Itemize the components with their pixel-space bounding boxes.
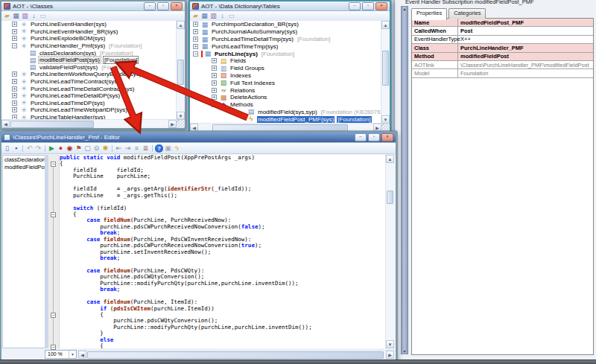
tree-item[interactable]: +✳PurchLineItemWorkflowQueryBuilder(sys) — [1, 71, 177, 78]
tree-expander-icon[interactable]: + — [212, 80, 217, 86]
code-line[interactable]: else — [60, 337, 386, 343]
uncomment-icon[interactable]: ≣ — [142, 144, 150, 153]
tree-expander-icon[interactable]: + — [212, 88, 217, 93]
taskbar-edge[interactable] — [0, 360, 596, 364]
grid-icon[interactable]: ▦ — [12, 12, 20, 20]
code-line[interactable]: break; — [60, 287, 386, 293]
code-line[interactable]: if (pdsIsCWItem(purchLine.ItemId)) — [60, 306, 386, 312]
redo-icon[interactable]: ↷ — [34, 144, 42, 153]
tree-item[interactable]: +xyRelations — [190, 86, 381, 94]
tree-item[interactable]: ▤validateFieldPost(sys)[Foundation] — [1, 64, 177, 71]
tree-expander-icon[interactable]: + — [12, 86, 17, 92]
scroll-thumb[interactable] — [177, 60, 184, 85]
tree-item[interactable]: +▥Field Groups — [190, 65, 381, 72]
import-icon[interactable]: ↓ — [30, 12, 38, 20]
property-row[interactable]: ClassPurchLineHandler_PMF — [412, 44, 593, 52]
lookup-icon[interactable]: ⊙ — [92, 144, 101, 153]
tree-expander-icon[interactable]: + — [12, 71, 17, 77]
minimize-button[interactable]: – — [144, 2, 156, 10]
tree-item[interactable]: −❖Methods — [190, 101, 381, 109]
maximize-button[interactable]: ▫ — [157, 2, 169, 10]
layers-icon[interactable]: ▥ — [209, 12, 218, 20]
scroll-down-icon[interactable]: ▼ — [381, 115, 390, 124]
scroll-left-icon[interactable]: ◀ — [78, 351, 86, 359]
window-icon[interactable]: ▢ — [83, 144, 92, 153]
property-row[interactable]: EventHandlerTypeX++ — [412, 36, 593, 44]
aot-classes-titlebar[interactable]: AOT - \Classes –▫× — [1, 1, 185, 11]
property-value[interactable]: \Classes\PurchLineHandler_PMF\modifiedFi… — [458, 61, 593, 68]
tree-item[interactable]: +▩DeleteActions — [190, 94, 381, 101]
tree-item[interactable]: +✳PurchLineLeadTimeContract(sys) — [1, 78, 177, 86]
tree-item[interactable]: +▦PurchLeadTimeTmp(sys) — [190, 42, 381, 50]
import-icon[interactable]: ↓ — [218, 12, 226, 20]
tab-properties[interactable]: Properties — [411, 8, 447, 20]
tree-expander-icon[interactable]: − — [12, 43, 17, 48]
resize-grip[interactable] — [177, 120, 185, 128]
editor-vertical-scrollbar[interactable]: ▲ ▼ — [385, 155, 394, 348]
fold-collapse-icon[interactable]: − — [51, 313, 56, 318]
breakpoint-enable-icon[interactable]: ◉ — [66, 144, 74, 153]
tree-item[interactable]: +✳PurchLineEventHandler_BR(sys) — [1, 28, 177, 36]
tree-expander-icon[interactable]: + — [12, 93, 17, 98]
scroll-left-icon[interactable]: ◀ — [1, 120, 10, 128]
scroll-thumb[interactable] — [387, 191, 393, 204]
tree-expander-icon[interactable]: + — [193, 44, 198, 49]
tree-expander-icon[interactable]: − — [212, 102, 217, 107]
export-icon[interactable]: ▭ — [227, 12, 235, 20]
fold-collapse-icon[interactable]: − — [51, 212, 56, 217]
tree-item[interactable]: +▨Full Text Indexes — [190, 79, 381, 86]
open-icon[interactable]: ▰ — [191, 12, 200, 20]
tree-expander-icon[interactable]: + — [193, 36, 198, 42]
close-button[interactable]: × — [381, 133, 393, 141]
tree-expander-icon[interactable]: + — [193, 22, 198, 27]
property-row[interactable]: MethodmodifiedFieldPost — [412, 53, 593, 61]
save-icon[interactable]: ▪ — [12, 144, 20, 153]
properties-vertical-scrollbar[interactable]: ▲ ▼ — [401, 6, 408, 354]
property-value[interactable]: X++ — [458, 36, 593, 43]
tree-item[interactable]: +✳PurchLineLeadTimeDetailDP(sys) — [1, 92, 177, 100]
property-row[interactable]: AOTlink\Classes\PurchLineHandler_PMF\mod… — [412, 61, 593, 69]
scroll-down-icon[interactable]: ▼ — [177, 112, 185, 120]
tree-item[interactable]: +✳PurchLineExplodeBOM(sys) — [1, 35, 177, 42]
tree-item[interactable]: −✳PurchLineHandler_Pmf(sys)[Foundation] — [1, 42, 177, 50]
classes-vertical-scrollbar[interactable]: ▲ ▼ — [176, 21, 185, 120]
tree-item[interactable]: −▦PurchLine(sys)[Foundation] — [190, 50, 381, 57]
classes-horizontal-scrollbar[interactable]: ◀ ▶ — [1, 119, 177, 128]
scroll-right-icon[interactable]: ▶ — [168, 120, 177, 128]
layers-icon[interactable]: ▥ — [21, 12, 29, 20]
code-editor[interactable]: public static void modifiedFieldPost(Xpp… — [60, 155, 386, 348]
scroll-up-icon[interactable]: ▲ — [381, 21, 390, 29]
tree-expander-icon[interactable]: + — [212, 66, 217, 71]
scroll-up-icon[interactable]: ▲ — [403, 7, 407, 11]
property-value[interactable]: Post — [458, 27, 593, 34]
debugger-icon[interactable]: ⚑ — [74, 144, 83, 153]
scroll-up-icon[interactable]: ▲ — [177, 21, 185, 29]
tree-item[interactable]: +✳PurchLineLeadTimeDetailContract(sys) — [1, 85, 177, 92]
undo-icon[interactable]: ↶ — [25, 144, 34, 153]
minimize-button[interactable]: – — [349, 2, 361, 10]
indent-left-icon[interactable]: ⇤ — [115, 144, 123, 153]
new-icon[interactable]: ▯ — [3, 144, 11, 153]
code-line[interactable]: switch (fieldId) — [60, 205, 386, 211]
fold-collapse-icon[interactable]: − — [51, 162, 56, 167]
export-icon[interactable]: ▭ — [39, 12, 47, 20]
indent-right-icon[interactable]: ⇥ — [124, 144, 132, 153]
compile-icon[interactable]: ✱ — [101, 144, 110, 153]
tree-item[interactable]: +▦PurchJournalAutoSummary(sys) — [190, 28, 381, 36]
tree-item[interactable]: +▦PurchImportDeclaration_BR(sys) — [190, 21, 381, 28]
property-value[interactable]: PurchLineHandler_PMF — [458, 44, 593, 51]
maximize-button[interactable]: ▫ — [368, 133, 380, 141]
close-button[interactable]: × — [375, 2, 387, 10]
maximize-button[interactable]: ▫ — [362, 2, 374, 10]
editor-zoom-select[interactable]: 100 % ▼ — [45, 350, 77, 359]
go-icon[interactable]: ▶ — [48, 144, 56, 153]
tree-item[interactable]: +✳PurchLineLeadTimeWebpartDP(sys) — [1, 106, 177, 114]
tree-item[interactable]: +▦PurchLeadTimeDetailTmp(sys)[Foundation… — [190, 36, 381, 43]
tables-tree[interactable]: +▦PurchImportDeclaration_BR(sys)+▦PurchJ… — [190, 21, 381, 124]
property-row[interactable]: ModelFoundation — [412, 69, 593, 77]
tree-expander-icon[interactable]: + — [12, 29, 17, 34]
chevron-down-icon[interactable]: ▼ — [69, 351, 76, 358]
setup-icon[interactable]: ϟ — [173, 144, 181, 153]
code-line[interactable]: PurchLine::modifyPurchQty(purchLine,purc… — [60, 325, 386, 331]
code-line[interactable]: PurchLine purchLine; — [60, 173, 386, 179]
